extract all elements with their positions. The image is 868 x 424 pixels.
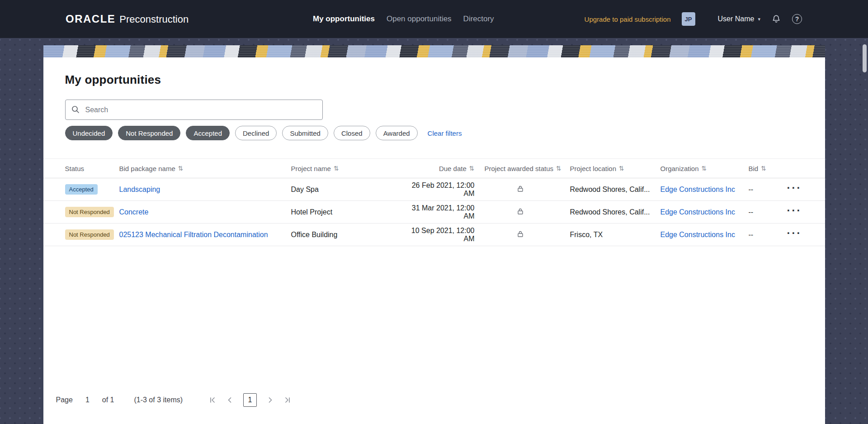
- project-location-cell: Redwood Shores, Calif...: [565, 186, 660, 194]
- column-header-project-name[interactable]: Project name: [291, 165, 331, 172]
- user-name-label: User Name: [718, 15, 755, 23]
- clear-filters-link[interactable]: Clear filters: [428, 129, 462, 137]
- notifications-bell-icon[interactable]: [771, 14, 781, 24]
- chevron-down-icon: ▾: [758, 16, 760, 22]
- first-page-icon[interactable]: [209, 396, 216, 404]
- sort-icon[interactable]: ⇅: [469, 165, 475, 172]
- search-box: [65, 100, 323, 120]
- column-header-organization[interactable]: Organization: [660, 165, 699, 172]
- status-badge: Not Responded: [65, 207, 114, 217]
- content-card: My opportunities UndecidedNot RespondedA…: [43, 45, 825, 424]
- page-count-label: of 1: [102, 396, 114, 404]
- column-header-due-date[interactable]: Due date: [439, 165, 467, 172]
- last-page-icon[interactable]: [284, 396, 291, 404]
- sort-icon[interactable]: ⇅: [619, 165, 624, 172]
- column-header-project-location[interactable]: Project location: [570, 165, 617, 172]
- product-name: Preconstruction: [119, 14, 189, 25]
- current-page-number: 1: [85, 396, 90, 404]
- lock-icon: [517, 230, 524, 239]
- nav-open-opportunities[interactable]: Open opportunities: [387, 14, 452, 24]
- upgrade-subscription-link[interactable]: Upgrade to paid subscription: [585, 15, 671, 23]
- filter-chip-submitted[interactable]: Submitted: [282, 126, 328, 140]
- column-header-bid-package-name[interactable]: Bid package name: [119, 165, 175, 172]
- sort-icon[interactable]: ⇅: [761, 165, 766, 172]
- search-input[interactable]: [65, 100, 323, 120]
- lock-icon: [517, 208, 524, 217]
- pagination-bar: Page 1 of 1 (1-3 of 3 items) 1: [56, 393, 803, 407]
- project-name-cell: Office Building: [291, 231, 402, 239]
- search-icon: [71, 105, 80, 116]
- column-header-bid[interactable]: Bid: [749, 165, 759, 172]
- bid-package-link[interactable]: 025123 Mechanical Filtration Decontamina…: [119, 231, 268, 238]
- lock-icon: [517, 185, 524, 194]
- organization-link[interactable]: Edge Constructions Inc: [660, 208, 735, 216]
- table-row: Accepted Landscaping Day Spa 26 Feb 2021…: [43, 178, 825, 201]
- next-page-icon[interactable]: [267, 396, 274, 404]
- table-header-row: Status Bid package name ⇅ Project name ⇅…: [43, 158, 825, 178]
- due-date-cell: 31 Mar 2021, 12:00 AM: [402, 204, 476, 220]
- filter-chip-list: UndecidedNot RespondedAcceptedDeclinedSu…: [65, 126, 418, 140]
- main-nav: My opportunities Open opportunities Dire…: [313, 0, 494, 38]
- filter-chip-undecided[interactable]: Undecided: [65, 126, 113, 140]
- row-actions-button[interactable]: ···: [787, 230, 802, 239]
- filter-chip-declined[interactable]: Declined: [235, 126, 277, 140]
- sort-icon[interactable]: ⇅: [702, 165, 707, 172]
- page-label: Page: [56, 396, 73, 404]
- row-actions-button[interactable]: ···: [787, 208, 802, 217]
- filter-chip-awarded[interactable]: Awarded: [376, 126, 418, 140]
- bid-cell: --: [749, 208, 778, 216]
- pagination-controls: 1: [209, 393, 291, 407]
- opportunities-table: Status Bid package name ⇅ Project name ⇅…: [43, 158, 825, 246]
- organization-link[interactable]: Edge Constructions Inc: [660, 231, 735, 238]
- bid-cell: --: [749, 231, 778, 239]
- decorative-banner: [43, 45, 825, 57]
- items-summary: (1-3 of 3 items): [134, 396, 183, 404]
- avatar[interactable]: JP: [682, 12, 695, 26]
- help-icon[interactable]: ?: [792, 14, 802, 24]
- filter-chip-not-responded[interactable]: Not Responded: [118, 126, 180, 140]
- bid-package-link[interactable]: Landscaping: [119, 186, 160, 193]
- sort-icon[interactable]: ⇅: [178, 165, 184, 172]
- page-title: My opportunities: [65, 73, 803, 87]
- brand-logo[interactable]: ORACLE Preconstruction: [66, 13, 189, 25]
- previous-page-icon[interactable]: [226, 396, 233, 404]
- status-badge: Not Responded: [65, 229, 114, 240]
- project-location-cell: Frisco, TX: [565, 231, 660, 239]
- row-actions-button[interactable]: ···: [787, 185, 802, 194]
- bid-cell: --: [749, 186, 778, 194]
- project-name-cell: Day Spa: [291, 186, 402, 194]
- status-badge: Accepted: [65, 184, 98, 195]
- column-header-project-awarded-status[interactable]: Project awarded status: [485, 165, 554, 172]
- project-location-cell: Redwood Shores, Calif...: [565, 208, 660, 216]
- user-menu[interactable]: User Name ▾: [718, 15, 760, 23]
- scrollbar-thumb[interactable]: [863, 44, 867, 72]
- sort-icon[interactable]: ⇅: [334, 165, 339, 172]
- nav-directory[interactable]: Directory: [463, 14, 494, 24]
- oracle-wordmark: ORACLE: [66, 13, 115, 25]
- project-name-cell: Hotel Project: [291, 208, 402, 216]
- filter-chip-accepted[interactable]: Accepted: [186, 126, 230, 140]
- page-1-button[interactable]: 1: [243, 393, 257, 407]
- column-header-status: Status: [65, 165, 85, 172]
- bid-package-link[interactable]: Concrete: [119, 208, 149, 216]
- due-date-cell: 26 Feb 2021, 12:00 AM: [402, 181, 476, 198]
- filter-bar: UndecidedNot RespondedAcceptedDeclinedSu…: [65, 126, 803, 140]
- nav-my-opportunities[interactable]: My opportunities: [313, 14, 375, 24]
- filter-chip-closed[interactable]: Closed: [334, 126, 370, 140]
- app-header: ORACLE Preconstruction My opportunities …: [0, 0, 868, 38]
- organization-link[interactable]: Edge Constructions Inc: [660, 186, 735, 193]
- table-row: Not Responded Concrete Hotel Project 31 …: [43, 201, 825, 224]
- due-date-cell: 10 Sep 2021, 12:00 AM: [402, 227, 476, 243]
- table-row: Not Responded 025123 Mechanical Filtrati…: [43, 224, 825, 246]
- sort-icon[interactable]: ⇅: [556, 165, 561, 172]
- header-actions: Upgrade to paid subscription JP User Nam…: [585, 0, 802, 38]
